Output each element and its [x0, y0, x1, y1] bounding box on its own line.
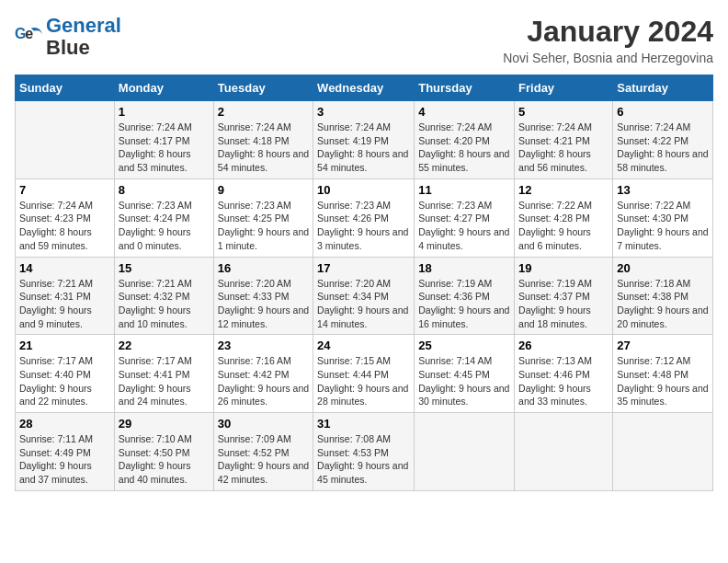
calendar-cell: 26Sunrise: 7:13 AMSunset: 4:46 PMDayligh…	[515, 335, 613, 413]
day-number: 26	[518, 339, 609, 352]
day-detail: Sunrise: 7:24 AMSunset: 4:18 PMDaylight:…	[218, 121, 309, 175]
day-number: 5	[518, 105, 609, 119]
calendar-cell: 19Sunrise: 7:19 AMSunset: 4:37 PMDayligh…	[515, 257, 613, 335]
week-row-4: 21Sunrise: 7:17 AMSunset: 4:40 PMDayligh…	[16, 335, 713, 413]
calendar-cell: 30Sunrise: 7:09 AMSunset: 4:52 PMDayligh…	[213, 413, 313, 491]
logo-icon: G e	[15, 22, 44, 52]
day-detail: Sunrise: 7:24 AMSunset: 4:22 PMDaylight:…	[617, 121, 709, 175]
day-number: 30	[218, 417, 309, 431]
calendar-cell: 15Sunrise: 7:21 AMSunset: 4:32 PMDayligh…	[114, 257, 213, 335]
day-number: 13	[617, 183, 709, 197]
logo-line1: General	[46, 14, 121, 37]
header-wednesday: Wednesday	[313, 75, 415, 101]
day-number: 31	[317, 417, 410, 431]
day-detail: Sunrise: 7:17 AMSunset: 4:41 PMDaylight:…	[119, 354, 210, 408]
logo: G e General Blue	[15, 15, 121, 59]
day-number: 29	[119, 417, 210, 431]
day-number: 11	[418, 183, 510, 197]
day-number: 24	[317, 339, 410, 352]
day-detail: Sunrise: 7:19 AMSunset: 4:36 PMDaylight:…	[418, 277, 510, 331]
day-detail: Sunrise: 7:22 AMSunset: 4:30 PMDaylight:…	[617, 199, 709, 253]
calendar-cell: 4Sunrise: 7:24 AMSunset: 4:20 PMDaylight…	[415, 101, 515, 179]
day-number: 12	[518, 183, 609, 197]
day-number: 7	[19, 183, 110, 197]
calendar-cell: 3Sunrise: 7:24 AMSunset: 4:19 PMDaylight…	[313, 101, 415, 179]
calendar-cell: 24Sunrise: 7:15 AMSunset: 4:44 PMDayligh…	[313, 335, 415, 413]
day-detail: Sunrise: 7:23 AMSunset: 4:27 PMDaylight:…	[418, 199, 510, 253]
page-header: G e General Blue January 2024 Novi Seher…	[15, 15, 713, 65]
calendar-cell	[415, 413, 515, 491]
day-detail: Sunrise: 7:14 AMSunset: 4:45 PMDaylight:…	[418, 354, 510, 408]
calendar-cell: 21Sunrise: 7:17 AMSunset: 4:40 PMDayligh…	[16, 335, 115, 413]
header-saturday: Saturday	[613, 75, 713, 101]
calendar-cell: 27Sunrise: 7:12 AMSunset: 4:48 PMDayligh…	[613, 335, 713, 413]
day-detail: Sunrise: 7:20 AMSunset: 4:34 PMDaylight:…	[317, 277, 410, 331]
calendar-cell: 23Sunrise: 7:16 AMSunset: 4:42 PMDayligh…	[213, 335, 313, 413]
calendar-cell	[16, 101, 115, 179]
svg-text:e: e	[25, 26, 33, 41]
calendar-cell: 6Sunrise: 7:24 AMSunset: 4:22 PMDaylight…	[613, 101, 713, 179]
calendar-cell: 5Sunrise: 7:24 AMSunset: 4:21 PMDaylight…	[515, 101, 613, 179]
calendar-table: SundayMondayTuesdayWednesdayThursdayFrid…	[15, 75, 713, 491]
day-number: 21	[19, 339, 110, 352]
day-number: 17	[317, 261, 410, 275]
calendar-cell: 11Sunrise: 7:23 AMSunset: 4:27 PMDayligh…	[415, 178, 515, 257]
day-detail: Sunrise: 7:24 AMSunset: 4:20 PMDaylight:…	[418, 121, 510, 175]
day-number: 6	[617, 105, 709, 119]
calendar-cell: 31Sunrise: 7:08 AMSunset: 4:53 PMDayligh…	[313, 413, 415, 491]
day-detail: Sunrise: 7:23 AMSunset: 4:26 PMDaylight:…	[317, 199, 410, 253]
day-detail: Sunrise: 7:24 AMSunset: 4:17 PMDaylight:…	[119, 121, 210, 175]
day-detail: Sunrise: 7:24 AMSunset: 4:21 PMDaylight:…	[518, 121, 609, 175]
day-number: 16	[218, 261, 309, 275]
calendar-cell	[515, 413, 613, 491]
calendar-cell: 12Sunrise: 7:22 AMSunset: 4:28 PMDayligh…	[515, 178, 613, 257]
location: Novi Seher, Bosnia and Herzegovina	[503, 51, 713, 65]
day-number: 25	[418, 339, 510, 352]
calendar-cell: 7Sunrise: 7:24 AMSunset: 4:23 PMDaylight…	[16, 178, 115, 257]
day-number: 28	[19, 417, 110, 431]
day-detail: Sunrise: 7:16 AMSunset: 4:42 PMDaylight:…	[218, 354, 309, 408]
day-number: 14	[19, 261, 110, 275]
week-row-3: 14Sunrise: 7:21 AMSunset: 4:31 PMDayligh…	[16, 257, 713, 335]
calendar-cell: 28Sunrise: 7:11 AMSunset: 4:49 PMDayligh…	[16, 413, 115, 491]
logo-text: General Blue	[46, 15, 121, 59]
week-row-5: 28Sunrise: 7:11 AMSunset: 4:49 PMDayligh…	[16, 413, 713, 491]
calendar-cell: 1Sunrise: 7:24 AMSunset: 4:17 PMDaylight…	[114, 101, 213, 179]
day-detail: Sunrise: 7:13 AMSunset: 4:46 PMDaylight:…	[518, 354, 609, 408]
day-number: 20	[617, 261, 709, 275]
day-detail: Sunrise: 7:15 AMSunset: 4:44 PMDaylight:…	[317, 354, 410, 408]
calendar-cell: 14Sunrise: 7:21 AMSunset: 4:31 PMDayligh…	[16, 257, 115, 335]
day-number: 4	[418, 105, 510, 119]
day-detail: Sunrise: 7:23 AMSunset: 4:24 PMDaylight:…	[119, 199, 210, 253]
calendar-cell: 2Sunrise: 7:24 AMSunset: 4:18 PMDaylight…	[213, 101, 313, 179]
calendar-cell: 8Sunrise: 7:23 AMSunset: 4:24 PMDaylight…	[114, 178, 213, 257]
day-detail: Sunrise: 7:12 AMSunset: 4:48 PMDaylight:…	[617, 354, 709, 408]
day-detail: Sunrise: 7:23 AMSunset: 4:25 PMDaylight:…	[218, 199, 309, 253]
day-number: 22	[119, 339, 210, 352]
calendar-cell: 18Sunrise: 7:19 AMSunset: 4:36 PMDayligh…	[415, 257, 515, 335]
calendar-cell: 20Sunrise: 7:18 AMSunset: 4:38 PMDayligh…	[613, 257, 713, 335]
day-detail: Sunrise: 7:20 AMSunset: 4:33 PMDaylight:…	[218, 277, 309, 331]
day-number: 23	[218, 339, 309, 352]
header-friday: Friday	[515, 75, 613, 101]
calendar-cell: 22Sunrise: 7:17 AMSunset: 4:41 PMDayligh…	[114, 335, 213, 413]
day-number: 2	[218, 105, 309, 119]
month-title: January 2024	[503, 15, 713, 49]
day-detail: Sunrise: 7:17 AMSunset: 4:40 PMDaylight:…	[19, 354, 110, 408]
day-detail: Sunrise: 7:08 AMSunset: 4:53 PMDaylight:…	[317, 432, 410, 487]
week-row-2: 7Sunrise: 7:24 AMSunset: 4:23 PMDaylight…	[16, 178, 713, 257]
header-monday: Monday	[114, 75, 213, 101]
day-detail: Sunrise: 7:24 AMSunset: 4:19 PMDaylight:…	[317, 121, 410, 175]
day-number: 1	[119, 105, 210, 119]
day-number: 10	[317, 183, 410, 197]
day-number: 18	[418, 261, 510, 275]
day-detail: Sunrise: 7:21 AMSunset: 4:31 PMDaylight:…	[19, 277, 110, 331]
calendar-cell: 10Sunrise: 7:23 AMSunset: 4:26 PMDayligh…	[313, 178, 415, 257]
header-tuesday: Tuesday	[213, 75, 313, 101]
day-number: 19	[518, 261, 609, 275]
header-thursday: Thursday	[415, 75, 515, 101]
calendar-cell	[613, 413, 713, 491]
day-detail: Sunrise: 7:10 AMSunset: 4:50 PMDaylight:…	[119, 432, 210, 487]
day-detail: Sunrise: 7:11 AMSunset: 4:49 PMDaylight:…	[19, 432, 110, 487]
day-detail: Sunrise: 7:24 AMSunset: 4:23 PMDaylight:…	[19, 199, 110, 253]
